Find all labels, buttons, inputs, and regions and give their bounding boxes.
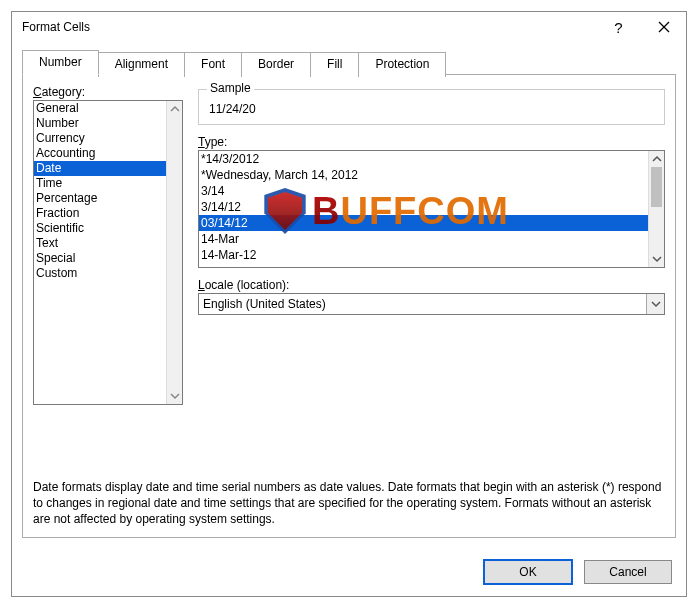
- dialog-title: Format Cells: [22, 20, 90, 34]
- tab-page: Category: General Number Currency Accoun…: [22, 74, 676, 538]
- scrollbar[interactable]: [648, 151, 664, 267]
- scroll-down-icon[interactable]: [167, 388, 182, 404]
- locale-label: Locale (location):: [198, 278, 665, 292]
- titlebar: Format Cells ?: [12, 12, 686, 42]
- close-icon: [658, 21, 670, 33]
- scrollbar[interactable]: [166, 101, 182, 404]
- locale-value: English (United States): [199, 297, 646, 311]
- tab-alignment[interactable]: Alignment: [98, 52, 185, 77]
- format-cells-dialog: Format Cells ? Number Alignment Font Bor…: [11, 11, 687, 597]
- list-item[interactable]: 03/14/12: [199, 215, 648, 231]
- tab-border[interactable]: Border: [241, 52, 311, 77]
- list-item[interactable]: Text: [34, 236, 166, 251]
- type-list[interactable]: *14/3/2012 *Wednesday, March 14, 2012 3/…: [198, 150, 665, 268]
- list-item[interactable]: Scientific: [34, 221, 166, 236]
- sample-group: Sample 11/24/20: [198, 89, 665, 125]
- list-item[interactable]: Percentage: [34, 191, 166, 206]
- scroll-up-icon[interactable]: [649, 151, 664, 167]
- tab-font[interactable]: Font: [184, 52, 242, 77]
- list-item[interactable]: *14/3/2012: [199, 151, 648, 167]
- scrollbar-thumb[interactable]: [651, 167, 662, 207]
- list-item[interactable]: Date: [34, 161, 166, 176]
- list-item[interactable]: *Wednesday, March 14, 2012: [199, 167, 648, 183]
- list-item[interactable]: Currency: [34, 131, 166, 146]
- list-item[interactable]: 3/14/12: [199, 199, 648, 215]
- tab-number[interactable]: Number: [22, 50, 99, 75]
- list-item[interactable]: Number: [34, 116, 166, 131]
- type-label: Type:: [198, 135, 665, 149]
- list-item[interactable]: 14-Mar-12: [199, 247, 648, 263]
- list-item[interactable]: Custom: [34, 266, 166, 281]
- chevron-down-icon: [651, 299, 661, 309]
- help-button[interactable]: ?: [596, 12, 641, 42]
- list-item[interactable]: 3/14: [199, 183, 648, 199]
- cancel-button[interactable]: Cancel: [584, 560, 672, 584]
- scroll-up-icon[interactable]: [167, 101, 182, 117]
- list-item[interactable]: Special: [34, 251, 166, 266]
- sample-value: 11/24/20: [207, 96, 656, 116]
- locale-dropdown[interactable]: English (United States): [198, 293, 665, 315]
- list-item[interactable]: General: [34, 101, 166, 116]
- tab-fill[interactable]: Fill: [310, 52, 359, 77]
- close-button[interactable]: [641, 12, 686, 42]
- dropdown-button[interactable]: [646, 294, 664, 314]
- scroll-down-icon[interactable]: [649, 251, 664, 267]
- list-item[interactable]: Time: [34, 176, 166, 191]
- category-label: Category:: [33, 85, 188, 99]
- list-item[interactable]: Fraction: [34, 206, 166, 221]
- tab-strip: Number Alignment Font Border Fill Protec…: [22, 50, 676, 75]
- description-text: Date formats display date and time seria…: [33, 479, 665, 527]
- list-item[interactable]: Accounting: [34, 146, 166, 161]
- list-item[interactable]: 14-Mar: [199, 231, 648, 247]
- tab-protection[interactable]: Protection: [358, 52, 446, 77]
- sample-label: Sample: [207, 81, 254, 95]
- ok-button[interactable]: OK: [484, 560, 572, 584]
- category-list[interactable]: General Number Currency Accounting Date …: [33, 100, 183, 405]
